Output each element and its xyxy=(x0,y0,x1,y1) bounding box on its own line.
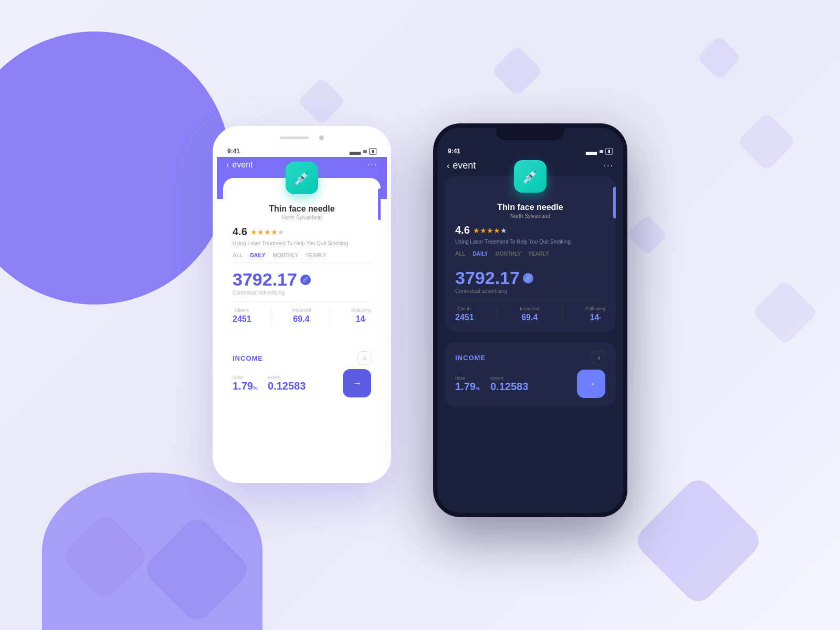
income-header-light: INCOME ∧ xyxy=(233,351,371,365)
status-bar-light: 9:41 ▄▄▄ ≋ ▮ xyxy=(217,142,387,157)
phones-container: 9:41 ▄▄▄ ≋ ▮ ‹ event ··· xyxy=(0,0,840,630)
status-icons-light: ▄▄▄ ≋ ▮ xyxy=(350,148,376,155)
income-card-light: INCOME ∧ raise 1.79% extent 0.12583 → xyxy=(223,344,381,405)
arrow-btn-light[interactable]: → xyxy=(343,369,371,397)
caret-up-dark[interactable]: ∧ xyxy=(592,351,605,364)
rating-row-light: 4.6 ★★★★★ xyxy=(233,226,371,238)
battery-icon-dark: ▮ xyxy=(605,148,613,155)
rating-row-dark: 4.6 ★★★★★ xyxy=(455,224,605,236)
income-extent-dark: extent 0.12583 xyxy=(490,375,528,393)
big-number-value-dark: 3792.17 xyxy=(455,268,520,288)
wifi-icon-light: ≋ xyxy=(363,149,367,154)
stat-following-dark: Following 14° xyxy=(585,306,605,322)
income-extent-light: extent 0.12583 xyxy=(268,375,306,392)
syringe-icon-dark: 💉 xyxy=(522,169,539,185)
camera-light xyxy=(319,135,324,140)
stars-dark: ★★★★★ xyxy=(473,226,507,235)
link-icon-light: 🔗 xyxy=(300,275,311,285)
nav-title-light: event xyxy=(232,160,253,170)
link-icon-dark: 🔗 xyxy=(523,273,533,284)
stat-following-light: Following 14° xyxy=(351,308,371,324)
tab-yearly-light[interactable]: YEARLY xyxy=(306,253,327,258)
income-title-light: INCOME xyxy=(233,354,263,362)
signal-icon-dark: ▄▄▄ xyxy=(586,149,597,154)
card-accent-bar-light xyxy=(378,188,381,220)
caret-up-light[interactable]: ∧ xyxy=(358,351,371,365)
tab-all-light[interactable]: ALL xyxy=(233,253,243,258)
card-accent-bar-dark xyxy=(613,187,616,218)
income-card-dark: INCOME ∧ raise 1.79% extent 0.12583 → xyxy=(445,342,616,406)
phone-dark: 9:41 ▄▄▄ ≋ ▮ ‹ event ··· xyxy=(433,123,627,517)
main-card-light: 💉 Thin face needle North Sylvanland 4.6 … xyxy=(223,178,381,333)
rating-desc-light: Using Laser Treatment To Help You Quit S… xyxy=(233,240,371,247)
income-title-dark: INCOME xyxy=(455,354,486,362)
card-subtitle-dark: North Sylvanland xyxy=(455,213,605,219)
time-light: 9:41 xyxy=(227,148,240,155)
icon-badge-dark: 💉 xyxy=(514,160,547,193)
notch-dark xyxy=(496,128,564,140)
nav-dots-light[interactable]: ··· xyxy=(368,160,377,170)
syringe-icon-light: 💉 xyxy=(293,170,310,186)
income-data-dark: raise 1.79% extent 0.12583 → xyxy=(455,370,605,398)
stat-clients-dark: Clients 2451 xyxy=(455,306,474,322)
main-card-dark: 💉 Thin face needle North Sylvanland 4.6 … xyxy=(445,176,616,332)
card-subtitle-light: North Sylvanland xyxy=(233,215,371,220)
tab-all-dark[interactable]: ALL xyxy=(455,251,465,257)
card-title-light: Thin face needle xyxy=(233,204,371,214)
stat-divider-1-dark xyxy=(497,306,497,322)
contextual-label-dark: Contextual advertising xyxy=(455,288,605,294)
status-bar-dark: 9:41 ▄▄▄ ≋ ▮ xyxy=(437,142,623,157)
status-icons-dark: ▄▄▄ ≋ ▮ xyxy=(586,148,613,155)
rating-number-dark: 4.6 xyxy=(455,224,470,236)
nav-dots-dark[interactable]: ··· xyxy=(604,161,614,171)
nav-back-dark[interactable]: ‹ event xyxy=(447,160,476,171)
stars-light: ★★★★★ xyxy=(250,228,285,236)
stat-divider-2-light xyxy=(331,308,331,324)
back-arrow-light: ‹ xyxy=(226,160,229,170)
tab-yearly-dark[interactable]: YEARLY xyxy=(528,251,549,257)
stat-impacted-dark: Impacted 69.4 xyxy=(520,306,539,322)
big-number-value-light: 3792.17 xyxy=(233,269,297,290)
arrow-btn-dark[interactable]: → xyxy=(577,370,605,398)
rating-desc-dark: Using Laser Treatment To Help You Quit S… xyxy=(455,238,605,246)
big-number-dark: 3792.17 🔗 xyxy=(455,268,605,288)
contextual-label-light: Contextual advertising xyxy=(233,290,371,296)
phone-light: 9:41 ▄▄▄ ≋ ▮ ‹ event ··· xyxy=(213,126,391,483)
stat-divider-2-dark xyxy=(562,306,563,322)
tabs-light: ALL DAILY MONTHLY YEARLY xyxy=(233,253,371,263)
income-header-dark: INCOME ∧ xyxy=(455,351,605,364)
rating-number-light: 4.6 xyxy=(233,226,247,238)
tab-monthly-dark[interactable]: MONTHLY xyxy=(496,251,521,257)
tab-monthly-light[interactable]: MONTHLY xyxy=(273,253,299,258)
stats-row-dark: Clients 2451 Impacted 69.4 Following xyxy=(455,300,605,322)
income-raise-light: raise 1.79% xyxy=(233,375,257,392)
nav-back-light[interactable]: ‹ event xyxy=(226,160,253,170)
tab-daily-light[interactable]: DAILY xyxy=(250,253,265,258)
tabs-dark: ALL DAILY MONTHLY YEARLY xyxy=(455,251,605,261)
stat-clients-light: Clients 2451 xyxy=(233,308,251,324)
tab-daily-dark[interactable]: DAILY xyxy=(472,251,488,257)
income-data-light: raise 1.79% extent 0.12583 → xyxy=(233,369,371,397)
time-dark: 9:41 xyxy=(448,148,460,155)
battery-icon-light: ▮ xyxy=(369,148,376,155)
income-raise-dark: raise 1.79% xyxy=(455,375,480,393)
big-number-light: 3792.17 🔗 xyxy=(233,269,371,290)
card-title-dark: Thin face needle xyxy=(455,203,605,212)
back-arrow-dark: ‹ xyxy=(447,161,449,171)
speaker-light xyxy=(280,136,309,139)
stat-impacted-light: Impacted 69.4 xyxy=(291,308,311,324)
background-scene: 9:41 ▄▄▄ ≋ ▮ ‹ event ··· xyxy=(0,0,840,630)
stat-divider-1-light xyxy=(271,308,271,324)
icon-badge-light: 💉 xyxy=(286,162,318,194)
stats-row-light: Clients 2451 Impacted 69.4 Following xyxy=(233,302,371,324)
nav-title-dark: event xyxy=(453,160,476,171)
signal-icon-light: ▄▄▄ xyxy=(350,149,361,154)
wifi-icon-dark: ≋ xyxy=(599,149,603,154)
